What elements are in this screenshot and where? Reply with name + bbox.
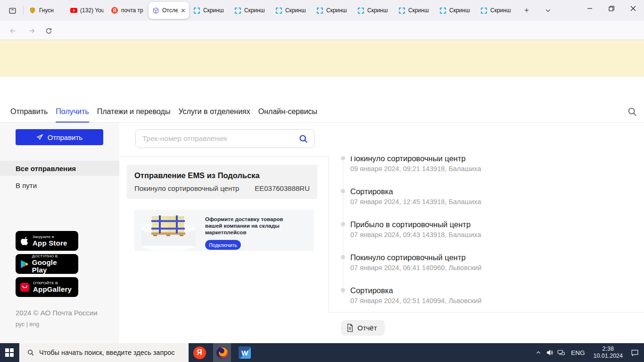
tray-speaker-icon[interactable] xyxy=(544,343,555,362)
tab-close-icon[interactable]: ✕ xyxy=(181,7,186,14)
shipment-card[interactable]: Отправление EMS из Подольска Покинуло со… xyxy=(127,165,317,199)
googleplay-badge[interactable]: ДОСТУПНО ВGoogle Play xyxy=(16,254,78,274)
nav-branch-services[interactable]: Услуги в отделениях xyxy=(178,102,250,123)
huawei-appgallery-icon xyxy=(20,283,29,292)
appgallery-badge[interactable]: ОТКРОЙТЕ ВAppGallery xyxy=(16,277,78,297)
timeline-dot xyxy=(341,288,345,292)
boxes-illustration xyxy=(134,210,205,251)
tab-yandex[interactable]: Я почта тр xyxy=(107,2,148,19)
tab-screenshot-7[interactable]: Скринш xyxy=(436,2,476,19)
tab-youtube[interactable]: (132) You xyxy=(66,2,107,19)
tray-time: 2:38 xyxy=(593,346,623,353)
nav-online-services[interactable]: Онлайн-сервисы xyxy=(258,102,317,123)
document-icon xyxy=(347,324,354,332)
marketplace-promo-banner[interactable]: Оформите доставку товаров вашей компании… xyxy=(134,210,314,251)
main-content: Отправить Все отправления В пути Загрузи… xyxy=(0,123,644,343)
divider xyxy=(329,312,644,313)
screenshot-favicon-icon xyxy=(193,7,200,14)
yandex-favicon-icon: Я xyxy=(111,7,118,14)
event-title: Сортировка xyxy=(350,187,640,196)
tab-screenshot-1[interactable]: Скринш xyxy=(190,2,230,19)
taskbar-search[interactable]: Чтобы начать поиск, введите здесь запрос xyxy=(19,343,189,362)
tab-tracking-active[interactable]: Отсле ✕ xyxy=(149,2,189,19)
site-nav: Отправить Получить Платежи и переводы Ус… xyxy=(0,102,644,123)
taskbar-search-icon xyxy=(27,349,34,356)
event-meta: 07 января 2024, 12:45 143918, Балашиха xyxy=(350,198,640,206)
tab-gnus[interactable]: Гнусн xyxy=(25,2,66,19)
copyright-text: 2024 © АО Почта России xyxy=(16,309,98,317)
reload-button[interactable] xyxy=(41,24,56,38)
tab-label: Отсле xyxy=(162,7,178,14)
taskbar-word-button[interactable]: W xyxy=(236,343,254,362)
tracking-event: Сортировка 07 января 2024, 02:51 140994,… xyxy=(329,286,640,304)
screenshot-favicon-icon xyxy=(357,7,364,14)
tab-screenshot-6[interactable]: Скринш xyxy=(395,2,435,19)
tab-label: Скринш xyxy=(285,7,309,14)
browser-toolbar: https://www.pochta.ru/tracking?barcode=E… xyxy=(0,21,644,40)
windows-logo-icon xyxy=(5,348,14,357)
send-button[interactable]: Отправить xyxy=(16,129,103,145)
yandex-browser-icon: Я xyxy=(193,346,206,359)
screenshot-favicon-icon xyxy=(480,7,487,14)
tab-screenshot-3[interactable]: Скринш xyxy=(272,2,312,19)
track-number-inputbox[interactable] xyxy=(135,129,314,148)
tab-label: Скринш xyxy=(490,7,514,14)
track-number-input[interactable] xyxy=(142,134,298,143)
nav-receive[interactable]: Получить xyxy=(56,102,89,123)
firefox-view-button[interactable] xyxy=(4,3,21,17)
track-search-icon[interactable] xyxy=(298,134,308,144)
tab-label: Гнусн xyxy=(39,7,63,14)
report-button-label: Отчёт xyxy=(357,324,377,332)
event-meta: 07 января 2024, 02:51 140994, Львовский xyxy=(350,297,640,304)
shipment-barcode: EE037603888RU xyxy=(255,184,310,192)
tray-language[interactable]: ENG xyxy=(567,349,589,356)
new-tab-button[interactable]: + xyxy=(520,4,533,17)
passport-notice-banner: Теперь при отправке в отделении нужно бу… xyxy=(0,40,644,77)
window-maximize-button[interactable] xyxy=(601,0,622,17)
tab-screenshot-4[interactable]: Скринш xyxy=(313,2,353,19)
list-tabs-chevron-icon[interactable] xyxy=(541,4,554,17)
event-title: Сортировка xyxy=(350,286,640,295)
screenshot-favicon-icon xyxy=(234,7,241,14)
tab-label: (132) You xyxy=(80,7,104,14)
tab-label: Скринш xyxy=(203,7,227,14)
badge-bottom-text: App Store xyxy=(33,239,67,247)
window-minimize-button[interactable] xyxy=(579,0,601,17)
forward-button[interactable] xyxy=(25,24,39,38)
timeline-dot xyxy=(341,156,345,160)
apple-icon xyxy=(20,236,29,246)
filter-all-shipments[interactable]: Все отправления xyxy=(0,161,119,176)
report-button[interactable]: Отчёт xyxy=(341,320,385,336)
tracking-timeline: Покинуло сортировочный центр 09 января 2… xyxy=(329,156,644,312)
tray-chevron-up-icon[interactable] xyxy=(533,343,544,362)
timeline-dot xyxy=(341,255,345,259)
taskbar-yandex-button[interactable]: Я xyxy=(190,343,208,362)
language-switcher[interactable]: рус | eng xyxy=(16,321,39,328)
screen: Гнусн (132) You Я почта тр Отсле ✕ Скрин… xyxy=(0,0,644,362)
promo-connect-button[interactable]: Подключить xyxy=(205,240,241,250)
back-button[interactable] xyxy=(6,24,20,38)
tray-clock[interactable]: 2:38 10.01.2024 xyxy=(589,346,627,360)
event-title: Покинуло сортировочный центр xyxy=(350,253,640,262)
nav-send[interactable]: Отправить xyxy=(10,102,48,123)
filter-in-transit[interactable]: В пути xyxy=(0,178,119,193)
tray-network-icon[interactable] xyxy=(555,343,567,362)
tab-screenshot-5[interactable]: Скринш xyxy=(354,2,394,19)
appstore-badge[interactable]: Загрузите вApp Store xyxy=(16,231,78,251)
google-play-icon xyxy=(20,260,28,269)
site-search-icon[interactable] xyxy=(627,107,638,118)
taskbar-firefox-button[interactable] xyxy=(213,343,231,362)
browser-tab-bar: Гнусн (132) You Я почта тр Отсле ✕ Скрин… xyxy=(0,0,644,21)
tab-screenshot-8[interactable]: Скринш xyxy=(477,2,517,19)
window-close-button[interactable] xyxy=(622,0,644,17)
word-icon: W xyxy=(239,346,251,359)
tracking-event: Покинуло сортировочный центр 07 января 2… xyxy=(329,253,640,272)
start-button[interactable] xyxy=(0,343,19,362)
event-meta: 09 января 2024, 09:21 143918, Балашиха xyxy=(350,165,640,173)
nav-payments[interactable]: Платежи и переводы xyxy=(97,102,171,123)
windows-taskbar: Чтобы начать поиск, введите здесь запрос… xyxy=(0,343,644,362)
firefox-icon xyxy=(216,346,229,359)
shipment-title: Отправление EMS из Подольска xyxy=(134,171,310,180)
tab-screenshot-2[interactable]: Скринш xyxy=(231,2,271,19)
notification-center-icon[interactable] xyxy=(629,343,640,362)
